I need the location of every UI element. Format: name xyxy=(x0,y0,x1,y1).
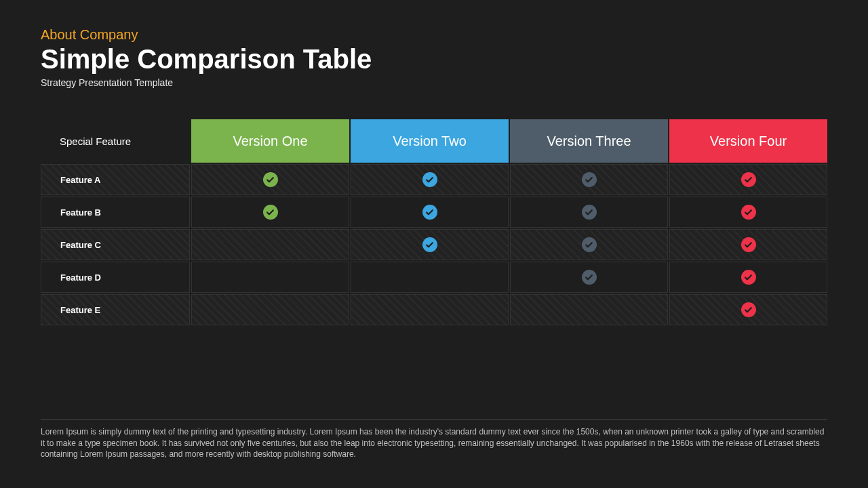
eyebrow: About Company xyxy=(41,27,827,43)
check-icon xyxy=(741,237,756,252)
check-icon xyxy=(741,172,756,187)
check-icon xyxy=(582,205,597,220)
table-body: Feature AFeature BFeature CFeature DFeat… xyxy=(41,164,827,325)
check-icon xyxy=(741,302,756,317)
feature-label: Feature E xyxy=(41,294,190,325)
check-icon xyxy=(422,205,437,220)
feature-label: Feature A xyxy=(41,164,190,195)
table-row: Feature A xyxy=(41,164,827,195)
check-icon xyxy=(263,205,278,220)
slide: About Company Simple Comparison Table St… xyxy=(0,0,868,488)
table-cell xyxy=(510,164,668,195)
table-cell xyxy=(510,197,668,228)
table-cell xyxy=(351,262,509,293)
table-row: Feature C xyxy=(41,229,827,260)
table-cell xyxy=(510,294,668,325)
table-cell xyxy=(191,262,349,293)
table-cell xyxy=(669,262,827,293)
table-cell xyxy=(510,229,668,260)
check-icon xyxy=(741,270,756,285)
footer-divider xyxy=(41,419,827,420)
table-cell xyxy=(191,229,349,260)
table-cell xyxy=(510,262,668,293)
table-cell xyxy=(191,294,349,325)
table-cell xyxy=(351,164,509,195)
table-cell xyxy=(351,294,509,325)
table-row: Feature D xyxy=(41,262,827,293)
feature-label: Feature D xyxy=(41,262,190,293)
column-header-version-one: Version One xyxy=(191,119,349,163)
column-header-version-four: Version Four xyxy=(669,119,827,163)
table-cell xyxy=(351,197,509,228)
table-cell xyxy=(669,164,827,195)
feature-label: Feature C xyxy=(41,229,190,260)
comparison-table: Special Feature Version One Version Two … xyxy=(41,119,827,325)
table-cell xyxy=(669,197,827,228)
subtitle: Strategy Presentation Template xyxy=(41,77,827,88)
table-cell xyxy=(191,164,349,195)
feature-label: Feature B xyxy=(41,197,190,228)
check-icon xyxy=(582,270,597,285)
check-icon xyxy=(422,237,437,252)
footer-text: Lorem Ipsum is simply dummy text of the … xyxy=(41,426,827,460)
page-title: Simple Comparison Table xyxy=(41,44,827,75)
check-icon xyxy=(582,172,597,187)
table-cell xyxy=(191,197,349,228)
table-cell xyxy=(669,294,827,325)
table-row: Feature E xyxy=(41,294,827,325)
column-header-version-two: Version Two xyxy=(351,119,509,163)
table-header-row: Special Feature Version One Version Two … xyxy=(41,119,827,163)
check-icon xyxy=(263,172,278,187)
check-icon xyxy=(422,172,437,187)
column-header-version-three: Version Three xyxy=(510,119,668,163)
table-cell xyxy=(351,229,509,260)
slide-footer: Lorem Ipsum is simply dummy text of the … xyxy=(41,419,827,460)
check-icon xyxy=(582,237,597,252)
table-cell xyxy=(669,229,827,260)
slide-header: About Company Simple Comparison Table St… xyxy=(41,27,827,88)
feature-column-header: Special Feature xyxy=(41,119,190,163)
check-icon xyxy=(741,205,756,220)
table-row: Feature B xyxy=(41,197,827,228)
